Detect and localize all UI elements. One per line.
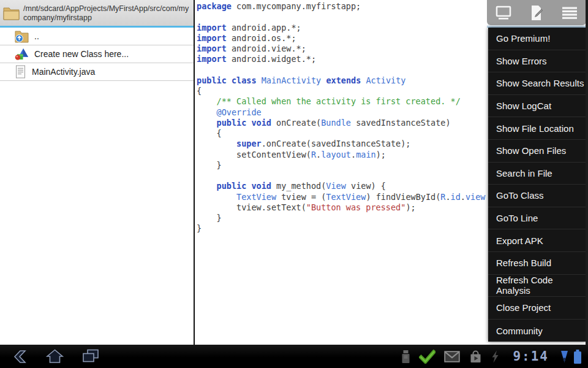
file-list-item[interactable]: .. — [0, 28, 194, 45]
nav-buttons — [0, 348, 100, 364]
menu-item-goto-class[interactable]: GoTo Class — [488, 185, 586, 207]
overflow-menu: Go Premium!Show ErrorsShow Search Result… — [488, 28, 586, 342]
menu-item-export-apk[interactable]: Export APK — [488, 229, 586, 252]
file-browser-panel: /mnt/sdcard/AppProjects/MyFirstApp/src/c… — [0, 0, 194, 345]
menu-item-show-search-results[interactable]: Show Search Results — [488, 72, 586, 95]
menu-item-refresh-build[interactable]: Refresh Build — [488, 252, 586, 275]
toolbar — [487, 0, 586, 25]
charging-icon — [491, 350, 499, 363]
file-label: MainActivity.java — [32, 67, 95, 77]
status-area: 9:14 — [401, 349, 588, 364]
device-screen-icon — [494, 4, 513, 21]
usb-icon — [401, 350, 410, 364]
edit-file-icon — [528, 4, 545, 21]
file-list-item[interactable]: MainActivity.java — [0, 63, 194, 81]
folder-icon — [3, 6, 20, 21]
status-icons-left — [401, 350, 499, 364]
folder-up-icon — [15, 30, 29, 43]
recents-icon — [81, 348, 100, 364]
nav-home-button[interactable] — [45, 348, 64, 364]
clock: 9:14 — [513, 349, 549, 364]
menu-item-close-project[interactable]: Close Project — [488, 297, 586, 320]
menu-item-show-logcat[interactable]: Show LogCat — [488, 95, 586, 118]
menu-item-show-errors[interactable]: Show Errors — [488, 50, 586, 73]
file-label: .. — [34, 31, 39, 41]
edit-file-button[interactable] — [520, 0, 553, 25]
java-file-icon — [15, 65, 26, 79]
file-list: ..Create new Class here...MainActivity.j… — [0, 28, 194, 81]
menu-item-community[interactable]: Community — [488, 320, 586, 342]
back-icon — [10, 349, 28, 364]
status-icons-right — [560, 350, 582, 364]
sync-check-icon — [419, 350, 435, 364]
menu-item-refresh-code-analysis[interactable]: Refresh Code Analysis — [488, 275, 586, 297]
menu-item-go-premium[interactable]: Go Premium! — [488, 28, 586, 50]
system-bar: 9:14 — [0, 345, 588, 368]
new-class-icon — [15, 48, 29, 61]
current-path-header: /mnt/sdcard/AppProjects/MyFirstApp/src/c… — [0, 0, 194, 28]
gmail-icon — [444, 351, 460, 362]
menu-item-goto-line[interactable]: GoTo Line — [488, 207, 586, 230]
battery-icon — [573, 350, 582, 364]
file-list-item[interactable]: Create new Class here... — [0, 45, 194, 63]
run-on-device-button[interactable] — [487, 0, 520, 25]
pen-input-icon — [560, 350, 569, 363]
home-icon — [45, 348, 64, 364]
play-store-icon — [469, 350, 483, 364]
nav-back-button[interactable] — [10, 349, 28, 364]
menu-item-show-file-location[interactable]: Show File Location — [488, 117, 586, 140]
current-path: /mnt/sdcard/AppProjects/MyFirstApp/src/c… — [23, 4, 191, 23]
menu-item-search-in-file[interactable]: Search in File — [488, 163, 586, 185]
overflow-menu-button[interactable] — [553, 0, 586, 25]
screen-edge-strip — [586, 0, 588, 345]
aide-ide-screen: /mnt/sdcard/AppProjects/MyFirstApp/src/c… — [0, 0, 588, 368]
menu-item-show-open-files[interactable]: Show Open Files — [488, 140, 586, 163]
file-label: Create new Class here... — [34, 49, 129, 59]
nav-recents-button[interactable] — [81, 348, 100, 364]
menu-icon — [560, 6, 579, 20]
